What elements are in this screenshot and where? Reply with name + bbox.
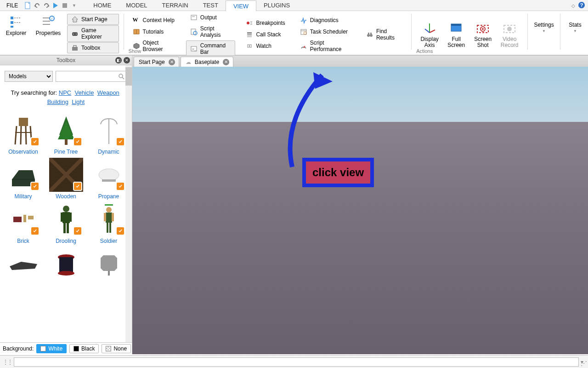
toolbox-button[interactable]: Toolbox: [67, 42, 119, 53]
task-scheduler-button[interactable]: Task Scheduler: [296, 26, 356, 37]
svg-rect-82: [109, 223, 111, 233]
stop-icon[interactable]: [61, 2, 68, 9]
script-performance-button[interactable]: Script Performance: [296, 38, 356, 54]
toolbox-item[interactable]: Wooden: [47, 158, 85, 200]
svg-line-55: [15, 126, 17, 144]
file-menu[interactable]: FILE: [4, 2, 23, 9]
toolbox-item[interactable]: [47, 247, 85, 281]
help-icon[interactable]: ?: [578, 1, 585, 10]
svg-rect-18: [74, 46, 76, 47]
suggestion-weapon[interactable]: Weapon: [97, 89, 119, 96]
toolbox-footer: Background: White Black None: [0, 342, 132, 354]
binoculars-icon: [366, 31, 373, 38]
toolbox-scrollbar[interactable]: [125, 65, 132, 342]
viewport-tab-start-page[interactable]: Start Page✕: [134, 57, 179, 67]
script-analysis-button[interactable]: Script Analysis: [186, 23, 236, 40]
svg-point-77: [106, 207, 112, 213]
play-icon[interactable]: [52, 2, 59, 9]
tutorials-button[interactable]: Tutorials: [129, 26, 180, 37]
svg-point-16: [76, 34, 77, 34]
svg-rect-1: [62, 3, 67, 8]
home-icon: [71, 16, 79, 23]
toolbox-item[interactable]: Dynamic: [90, 113, 128, 155]
diagnostics-button[interactable]: Diagnostics: [296, 15, 356, 26]
endorsed-badge-icon: [73, 226, 82, 236]
toolbox-item[interactable]: Observation: [5, 113, 42, 155]
suggestion-npc[interactable]: NPC: [59, 89, 71, 96]
breakpoint-icon: [246, 19, 253, 27]
svg-rect-80: [112, 213, 114, 221]
svg-point-85: [58, 271, 74, 276]
toolbox-item[interactable]: [90, 247, 128, 281]
tab-model[interactable]: MODEL: [119, 0, 154, 11]
endorsed-badge-icon: [116, 137, 125, 146]
command-input[interactable]: [14, 357, 579, 367]
undock-icon[interactable]: ◧: [115, 57, 122, 63]
resize-grip-icon[interactable]: ⋰: [581, 360, 587, 367]
close-tab-icon[interactable]: ✕: [223, 59, 229, 65]
watch-button[interactable]: Watch: [242, 40, 289, 52]
bg-black-button[interactable]: Black: [69, 344, 99, 353]
toolbox-category-select[interactable]: Models: [5, 71, 53, 82]
close-panel-icon[interactable]: ✕: [124, 57, 130, 63]
viewport-tab-baseplate[interactable]: ☁Baseplate✕: [181, 57, 233, 67]
svg-line-57: [21, 126, 21, 144]
properties-button[interactable]: i Properties: [35, 14, 62, 37]
toolbox-item[interactable]: Pine Tree: [47, 113, 85, 155]
full-screen-button[interactable]: Full Screen: [443, 20, 469, 49]
svg-text:?: ?: [580, 2, 583, 8]
svg-point-33: [249, 45, 250, 46]
call-stack-button[interactable]: Call Stack: [242, 29, 289, 40]
svg-rect-74: [63, 223, 66, 233]
tab-plugins[interactable]: PLUGINS: [256, 0, 297, 11]
suggestion-light[interactable]: Light: [72, 98, 85, 105]
toolbox-panel: Toolbox ◧ ✕ Models Try searching for: NP…: [0, 55, 132, 354]
bg-none-button[interactable]: None: [102, 344, 131, 353]
toolbox-item[interactable]: Military: [5, 158, 42, 200]
tab-test[interactable]: TEST: [196, 0, 226, 11]
stats-button[interactable]: Stats ▼: [565, 14, 585, 34]
suggestion-building[interactable]: Building: [47, 98, 68, 105]
redo-icon[interactable]: [43, 2, 50, 9]
toolbox-item[interactable]: Brick: [5, 202, 42, 244]
tab-terrain[interactable]: TERRAIN: [155, 0, 196, 11]
toolbox-item[interactable]: Propane: [90, 158, 128, 200]
endorsed-badge-icon: [116, 182, 125, 191]
3d-viewport[interactable]: click view: [132, 67, 588, 354]
toolbox-item[interactable]: Drooling: [47, 202, 85, 244]
tab-home[interactable]: HOME: [86, 0, 119, 11]
toolbox-item[interactable]: Soldier: [90, 202, 128, 244]
bg-white-button[interactable]: White: [36, 344, 67, 353]
breakpoints-button[interactable]: Breakpoints: [242, 17, 289, 29]
toolbox-item[interactable]: [5, 247, 42, 281]
find-results-button[interactable]: Find Results: [362, 26, 407, 43]
svg-rect-69: [28, 216, 34, 219]
game-explorer-button[interactable]: Game Explorer: [67, 25, 119, 42]
display-axis-button[interactable]: Display Axis: [416, 20, 443, 49]
context-help-button[interactable]: WContext Help: [129, 15, 180, 26]
start-page-button[interactable]: Start Page: [67, 14, 119, 25]
grip-icon[interactable]: ⋮⋮: [3, 359, 12, 365]
undo-icon[interactable]: [34, 2, 41, 9]
toolbox-search-input[interactable]: [56, 71, 127, 82]
explorer-button[interactable]: Explorer: [3, 14, 29, 37]
new-icon[interactable]: [24, 2, 32, 9]
svg-rect-81: [107, 223, 108, 233]
show-group-label: Show: [129, 48, 141, 54]
collapse-ribbon-icon[interactable]: ◇: [571, 3, 575, 8]
output-button[interactable]: Output: [186, 12, 236, 23]
svg-rect-31: [247, 36, 252, 37]
svg-rect-19: [191, 15, 197, 20]
screen-shot-button[interactable]: Screen Shot: [469, 20, 496, 49]
dropdown-icon[interactable]: ▼: [70, 2, 78, 9]
svg-rect-46: [451, 24, 461, 26]
close-tab-icon[interactable]: ✕: [169, 59, 175, 65]
tab-view[interactable]: VIEW: [226, 0, 256, 12]
toolbox-header: Toolbox ◧ ✕: [0, 55, 132, 65]
scheduler-icon: [300, 28, 307, 35]
command-bar-button[interactable]: >_Command Bar: [186, 40, 236, 57]
video-record-button[interactable]: Video Record: [496, 20, 523, 49]
settings-button[interactable]: Settings ▼: [532, 14, 555, 34]
svg-rect-67: [13, 217, 22, 222]
suggestion-vehicle[interactable]: Vehicle: [75, 89, 94, 96]
